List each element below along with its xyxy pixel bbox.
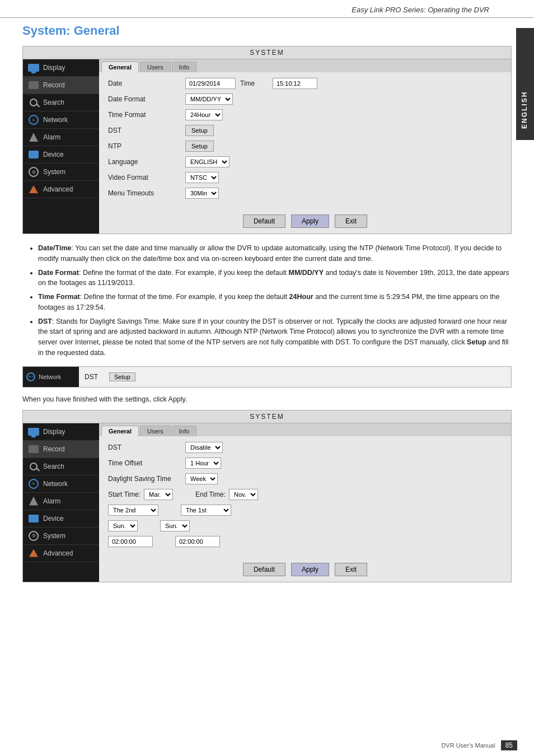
start-day-group: Sun. bbox=[108, 520, 138, 531]
start-clock-input[interactable] bbox=[108, 536, 153, 547]
form-area-1: Date Time Date Format MM/DD/YY T bbox=[99, 72, 511, 209]
tab-info-2[interactable]: Info bbox=[172, 426, 196, 436]
time-offset-row: Time Offset 1 Hour bbox=[108, 458, 502, 469]
system-icon: ⚙ bbox=[27, 167, 40, 177]
device2-icon bbox=[27, 514, 40, 524]
time-format-select[interactable]: 24Hour bbox=[185, 109, 223, 120]
time-offset-select[interactable]: 1 Hour bbox=[185, 458, 221, 469]
end-day-select[interactable]: Sun. bbox=[160, 520, 190, 531]
video-format-select[interactable]: NTSC bbox=[185, 172, 219, 183]
bullet-dateformat-text: : Define the format of the date. For exa… bbox=[38, 269, 509, 287]
apply-note: When you have finished with the settings… bbox=[22, 395, 512, 403]
end-clock-input[interactable] bbox=[175, 536, 220, 547]
record2-icon bbox=[27, 444, 40, 454]
start-day-select[interactable]: Sun. bbox=[108, 520, 138, 531]
sidebar2-item-alarm[interactable]: Alarm bbox=[23, 493, 99, 510]
network-icon bbox=[27, 115, 40, 125]
sidebar2-item-device[interactable]: Device bbox=[23, 510, 99, 528]
bullet-dateformat-term: Date Format bbox=[38, 269, 79, 277]
sidebar2-item-search[interactable]: Search bbox=[23, 458, 99, 475]
page-title: System: General bbox=[22, 24, 512, 38]
sidebar-label-network: Network bbox=[43, 116, 68, 124]
sidebar2-label-network: Network bbox=[43, 480, 68, 488]
language-label: Language bbox=[108, 158, 181, 166]
end-time-group: End Time: Nov. bbox=[195, 489, 258, 500]
sidebar-item-alarm[interactable]: Alarm bbox=[23, 129, 99, 146]
example-sidebar: + Network bbox=[23, 366, 79, 388]
end-time-label: End Time: bbox=[195, 491, 226, 498]
language-select[interactable]: ENGLISH bbox=[185, 156, 229, 167]
date-time-row: Date Time bbox=[108, 78, 502, 89]
example-dst-label: DST bbox=[85, 373, 98, 381]
tab-general-2[interactable]: General bbox=[101, 426, 139, 436]
end-week-select[interactable]: The 1st bbox=[181, 505, 231, 516]
apply-button-2[interactable]: Apply bbox=[291, 563, 329, 576]
sidebar-label-advanced: Advanced bbox=[43, 185, 73, 193]
exit-button-2[interactable]: Exit bbox=[335, 563, 367, 576]
ntp-setup-button[interactable]: Setup bbox=[185, 141, 214, 152]
example-strip: + Network DST Setup bbox=[22, 366, 512, 388]
sidebar2-item-advanced[interactable]: Advanced bbox=[23, 545, 99, 562]
alarm-icon bbox=[27, 132, 40, 142]
daylight-saving-select[interactable]: Week bbox=[185, 473, 218, 484]
date-format-select[interactable]: MM/DD/YY bbox=[185, 94, 233, 105]
start-end-week-row: The 2nd The 1st bbox=[108, 505, 502, 516]
sidebar2-item-record[interactable]: Record bbox=[23, 441, 99, 458]
menu-timeouts-select[interactable]: 30Min bbox=[185, 188, 219, 199]
exit-button-1[interactable]: Exit bbox=[335, 214, 367, 228]
sidebar2-label-record: Record bbox=[43, 445, 65, 453]
ntp-row: NTP Setup bbox=[108, 141, 502, 152]
sidebar-label-system: System bbox=[43, 168, 65, 176]
sidebar-item-display[interactable]: Display bbox=[23, 59, 99, 77]
example-network-label: Network bbox=[39, 374, 61, 380]
default-button-2[interactable]: Default bbox=[243, 563, 285, 576]
end-day-group: Sun. bbox=[160, 520, 190, 531]
tab-general-1[interactable]: General bbox=[101, 62, 139, 72]
time-format-label: Time Format bbox=[108, 111, 181, 119]
language-tab: ENGLISH bbox=[516, 28, 534, 140]
end-month-select[interactable]: Nov. bbox=[229, 489, 258, 500]
sidebar-item-search[interactable]: Search bbox=[23, 94, 99, 111]
sidebar2-label-alarm: Alarm bbox=[43, 497, 60, 505]
sidebar-item-device[interactable]: Device bbox=[23, 146, 99, 164]
dst-setup-button[interactable]: Setup bbox=[185, 125, 214, 136]
date-format-label: Date Format bbox=[108, 95, 181, 103]
tab-info-1[interactable]: Info bbox=[172, 62, 196, 72]
time-input[interactable] bbox=[273, 78, 317, 89]
system-panel-1: SYSTEM Display Record Search Netwo bbox=[22, 46, 512, 234]
page-number: 85 bbox=[501, 740, 517, 750]
sidebar2-label-advanced: Advanced bbox=[43, 549, 73, 557]
default-button-1[interactable]: Default bbox=[243, 214, 285, 228]
manual-label: DVR User's Manual bbox=[441, 742, 495, 749]
panel1-main: General Users Info Date Time Date Format bbox=[99, 59, 511, 234]
tab-users-2[interactable]: Users bbox=[140, 426, 171, 436]
sidebar2-label-display: Display bbox=[43, 428, 65, 436]
dst-form-area: DST Disable Time Offset 1 Hour bbox=[99, 436, 511, 557]
start-week-select[interactable]: The 2nd bbox=[108, 505, 158, 516]
panel1-title: SYSTEM bbox=[23, 46, 511, 59]
tab-users-1[interactable]: Users bbox=[140, 62, 171, 72]
sidebar-item-record[interactable]: Record bbox=[23, 77, 99, 94]
sidebar2-item-display[interactable]: Display bbox=[23, 423, 99, 441]
apply-note-text: When you have finished with the settings… bbox=[22, 395, 187, 403]
display2-icon bbox=[27, 427, 40, 437]
dst2-select[interactable]: Disable bbox=[185, 442, 223, 453]
example-setup-button[interactable]: Setup bbox=[109, 372, 135, 381]
panel2-buttons: Default Apply Exit bbox=[99, 557, 511, 582]
sidebar2-label-system: System bbox=[43, 532, 65, 540]
apply-button-1[interactable]: Apply bbox=[291, 214, 329, 228]
sidebar-item-system[interactable]: ⚙ System bbox=[23, 164, 99, 181]
bullet-section: Date/Time: You can set the date and time… bbox=[22, 243, 512, 358]
system-panel-2: SYSTEM Display Record Search Netwo bbox=[22, 410, 512, 582]
sidebar2-item-network[interactable]: Network bbox=[23, 475, 99, 493]
ntp-label: NTP bbox=[108, 142, 181, 150]
sidebar2-item-system[interactable]: ⚙ System bbox=[23, 528, 99, 545]
start-end-month-row: Start Time: Mar. End Time: Nov. bbox=[108, 489, 502, 500]
start-month-select[interactable]: Mar. bbox=[144, 489, 173, 500]
sidebar-item-advanced[interactable]: Advanced bbox=[23, 181, 99, 198]
start-week-group: The 2nd bbox=[108, 505, 158, 516]
device-icon bbox=[27, 150, 40, 160]
date-input[interactable] bbox=[185, 78, 236, 89]
sidebar2-label-search: Search bbox=[43, 463, 64, 470]
sidebar-item-network[interactable]: Network bbox=[23, 111, 99, 129]
